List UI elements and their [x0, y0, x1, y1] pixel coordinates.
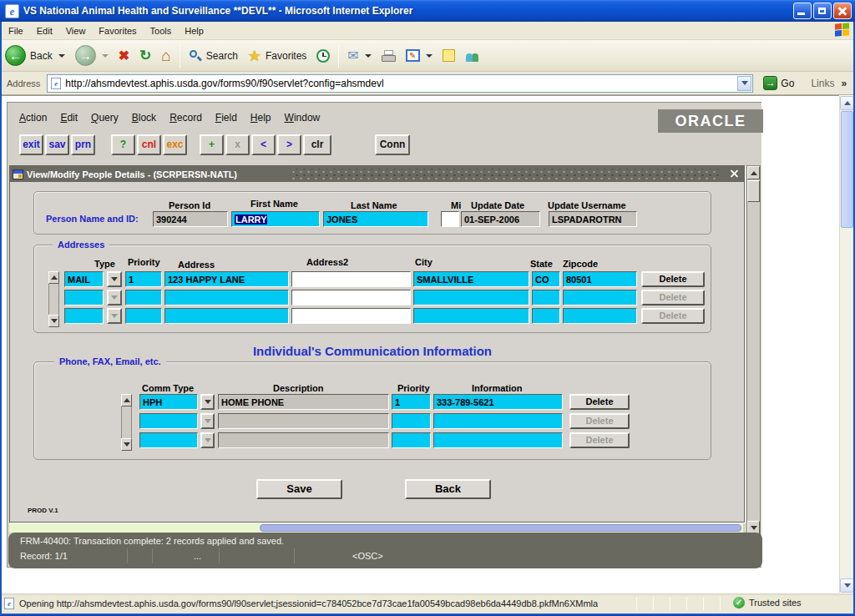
- remove-record-button[interactable]: x: [225, 134, 250, 155]
- address-priority-field[interactable]: 1: [125, 271, 162, 287]
- messenger-button[interactable]: [460, 43, 485, 69]
- back-button[interactable]: ← Back: [0, 43, 70, 69]
- refresh-button[interactable]: ↻: [134, 43, 156, 69]
- city-field[interactable]: SMALLVILLE: [413, 271, 529, 287]
- address-type-dropdown-button[interactable]: [107, 271, 122, 287]
- menu-file[interactable]: File: [3, 23, 32, 38]
- forward-button[interactable]: →: [70, 43, 114, 69]
- address2-field[interactable]: [291, 290, 411, 305]
- discuss-button[interactable]: [438, 43, 460, 69]
- address2-field[interactable]: [291, 271, 411, 287]
- edit-dropdown-icon[interactable]: [426, 54, 433, 58]
- comm-delete-button[interactable]: Delete: [569, 394, 630, 410]
- city-field[interactable]: [413, 290, 529, 305]
- address-dropdown-button[interactable]: [737, 76, 751, 91]
- history-button[interactable]: [311, 43, 335, 69]
- address-field[interactable]: 123 HAPPY LANE: [164, 271, 289, 287]
- city-field[interactable]: [413, 308, 529, 324]
- address-type-dropdown-button[interactable]: [107, 308, 122, 324]
- last-name-field[interactable]: JONES: [323, 211, 428, 227]
- save-toolbar-button[interactable]: sav: [45, 134, 69, 155]
- back-dropdown-icon[interactable]: [58, 54, 65, 58]
- state-field[interactable]: [532, 290, 560, 305]
- addresses-scrollbar[interactable]: [48, 271, 59, 327]
- address-input[interactable]: e http://ahsmdevtest.aphis.usda.gov/form…: [47, 74, 753, 93]
- communication-scroll-up-icon[interactable]: [121, 394, 132, 406]
- browser-scroll-down-icon[interactable]: [840, 578, 854, 593]
- menu-edit[interactable]: Edit: [32, 23, 61, 38]
- save-button[interactable]: Save: [256, 479, 342, 499]
- people-details-titlebar[interactable]: View/Modify People Details - (SCRPERSN-N…: [10, 166, 744, 182]
- comm-priority-field[interactable]: [392, 432, 431, 448]
- comm-type-dropdown-button[interactable]: [200, 413, 215, 429]
- forms-menu-window[interactable]: Window: [278, 110, 327, 125]
- address-type-dropdown-button[interactable]: [107, 290, 122, 305]
- comm-information-field[interactable]: [433, 432, 563, 448]
- back-button-form[interactable]: Back: [405, 479, 491, 499]
- address2-field[interactable]: [291, 308, 411, 324]
- address-type-field[interactable]: [64, 308, 104, 324]
- menu-favorites[interactable]: Favorites: [94, 23, 144, 38]
- mail-button[interactable]: ✉: [342, 43, 376, 69]
- conn-toolbar-button[interactable]: Conn: [375, 134, 410, 155]
- update-username-field[interactable]: LSPADAROTRN: [549, 211, 637, 227]
- address-delete-button[interactable]: Delete: [641, 271, 705, 287]
- comm-type-dropdown-button[interactable]: [200, 394, 215, 410]
- applet-scrollbar[interactable]: [746, 165, 761, 535]
- exit-button[interactable]: exit: [19, 134, 43, 155]
- forms-menu-action[interactable]: Action: [13, 110, 53, 125]
- forms-menu-edit[interactable]: Edit: [53, 110, 84, 125]
- zipcode-field[interactable]: [563, 308, 637, 324]
- address-type-field[interactable]: [64, 290, 104, 305]
- address-priority-field[interactable]: [125, 308, 162, 324]
- update-date-field[interactable]: 01-SEP-2006: [461, 211, 540, 227]
- print-button[interactable]: [377, 43, 401, 69]
- cancel-toolbar-button[interactable]: cnl: [137, 134, 161, 155]
- search-button[interactable]: Search: [184, 43, 243, 69]
- comm-information-field[interactable]: 333-789-5621: [433, 394, 563, 410]
- comm-description-field[interactable]: [218, 432, 389, 448]
- first-name-field[interactable]: LARRY: [231, 211, 320, 227]
- menu-tools[interactable]: Tools: [145, 23, 180, 38]
- comm-type-field[interactable]: HPH: [139, 394, 198, 410]
- horizontal-scroll-thumb[interactable]: [260, 524, 741, 532]
- comm-priority-field[interactable]: [392, 413, 431, 429]
- forms-menu-help[interactable]: Help: [244, 110, 278, 125]
- zipcode-field[interactable]: 80501: [563, 271, 637, 287]
- state-field[interactable]: CO: [532, 271, 560, 287]
- insert-record-button[interactable]: +: [200, 134, 224, 155]
- previous-record-button[interactable]: <: [251, 134, 276, 155]
- links-chevron-icon[interactable]: »: [841, 78, 847, 89]
- menu-view[interactable]: View: [61, 23, 94, 38]
- applet-scroll-thumb[interactable]: [747, 180, 760, 202]
- next-record-button[interactable]: >: [277, 134, 301, 155]
- addresses-scroll-up-icon[interactable]: [48, 271, 59, 284]
- links-bar[interactable]: Links »: [811, 78, 847, 89]
- comm-type-field[interactable]: [139, 413, 198, 429]
- menu-help[interactable]: Help: [180, 23, 212, 38]
- restore-button[interactable]: [813, 3, 832, 19]
- mail-dropdown-icon[interactable]: [365, 54, 372, 58]
- state-field[interactable]: [532, 308, 560, 324]
- favorites-button[interactable]: ★ Favorites: [243, 43, 312, 69]
- forward-dropdown-icon[interactable]: [102, 54, 109, 58]
- close-button[interactable]: [833, 3, 852, 19]
- execute-toolbar-button[interactable]: exc: [163, 134, 187, 155]
- go-button[interactable]: → Go: [760, 75, 797, 91]
- comm-description-field[interactable]: [218, 413, 389, 429]
- comm-information-field[interactable]: [433, 413, 563, 429]
- person-id-field[interactable]: 390244: [153, 211, 228, 227]
- comm-type-field[interactable]: [139, 432, 198, 448]
- help-toolbar-button[interactable]: ?: [111, 134, 135, 155]
- address-type-field[interactable]: MAIL: [64, 271, 104, 287]
- address-field[interactable]: [164, 290, 289, 305]
- home-button[interactable]: ⌂: [156, 43, 175, 69]
- comm-description-field[interactable]: HOME PHONE: [218, 394, 389, 410]
- forms-menu-query[interactable]: Query: [84, 110, 125, 125]
- print-toolbar-button[interactable]: prn: [71, 134, 95, 155]
- comm-priority-field[interactable]: 1: [392, 394, 431, 410]
- edit-button[interactable]: ✎: [401, 43, 438, 69]
- browser-scroll-up-icon[interactable]: [840, 96, 854, 110]
- form-close-icon[interactable]: [729, 169, 740, 179]
- applet-scroll-up-icon[interactable]: [747, 166, 760, 179]
